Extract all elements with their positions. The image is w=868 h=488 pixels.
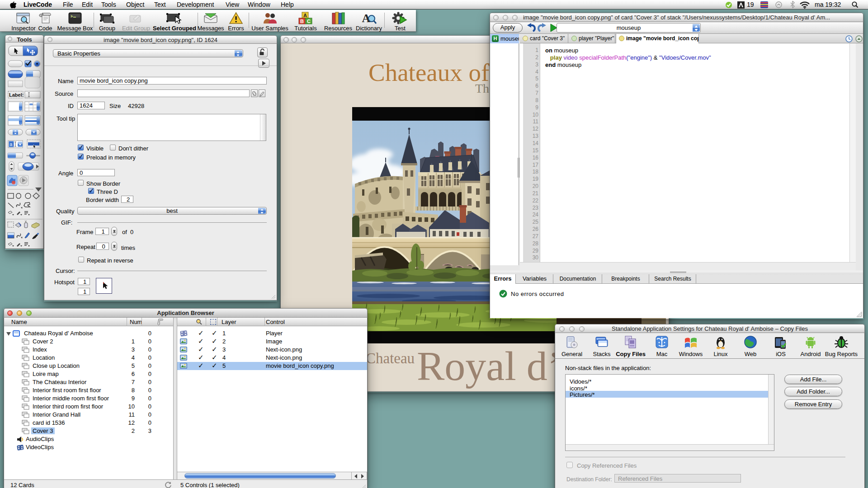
svg-text:a: a bbox=[10, 142, 13, 147]
svg-text:A: A bbox=[303, 13, 307, 18]
svg-text:C: C bbox=[307, 19, 311, 24]
svg-text:Label:: Label: bbox=[9, 92, 24, 98]
svg-text:B: B bbox=[300, 19, 304, 24]
